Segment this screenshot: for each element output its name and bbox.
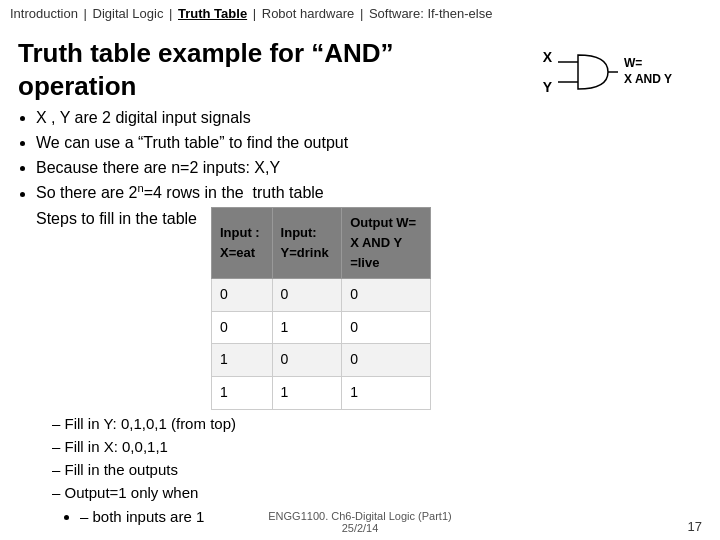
nav-sep-3: | xyxy=(253,6,260,21)
nav-software[interactable]: Software: If-then-else xyxy=(369,6,493,21)
table-cell: 1 xyxy=(211,377,272,410)
gate-input-y: Y xyxy=(543,79,552,95)
table-cell: 1 xyxy=(272,311,342,344)
bullet-3: Because there are n=2 inputs: X,Y xyxy=(36,156,702,181)
col-header-y: Input:Y=drink xyxy=(272,207,342,278)
nav-sep-2: | xyxy=(169,6,176,21)
gate-input-x: X xyxy=(543,49,552,65)
table-cell: 0 xyxy=(342,311,431,344)
footer: ENGG1100. Ch6-Digital Logic (Part1)25/2/… xyxy=(0,510,720,534)
nav-digital-logic[interactable]: Digital Logic xyxy=(93,6,164,21)
step-2: Fill in X: 0,0,1,1 xyxy=(52,435,702,458)
nav-introduction[interactable]: Introduction xyxy=(10,6,78,21)
gate-output-label: W= X AND Y xyxy=(624,56,672,87)
header-nav: Introduction | Digital Logic | Truth Tab… xyxy=(0,0,720,27)
step-3: Fill in the outputs xyxy=(52,458,702,481)
col-header-x: Input :X=eat xyxy=(211,207,272,278)
nav-truth-table[interactable]: Truth Table xyxy=(178,6,247,21)
table-cell: 1 xyxy=(272,377,342,410)
nav-sep-4: | xyxy=(360,6,367,21)
footer-text: ENGG1100. Ch6-Digital Logic (Part1)25/2/… xyxy=(268,510,451,534)
nav-sep-1: | xyxy=(84,6,91,21)
and-gate-diagram: X Y W= X AND Y xyxy=(543,47,672,97)
table-cell: 0 xyxy=(342,344,431,377)
table-cell: 0 xyxy=(272,278,342,311)
page-number: 17 xyxy=(688,519,702,534)
main-content: Truth table example for “AND” operation … xyxy=(0,27,720,528)
and-gate-svg xyxy=(558,47,618,97)
col-header-w: Output W=X AND Y=live xyxy=(342,207,431,278)
truth-table: Input :X=eat Input:Y=drink Output W=X AN… xyxy=(211,207,431,410)
bullet-5: Steps to fill in the table Input :X=eat … xyxy=(36,207,702,410)
table-cell: 0 xyxy=(211,311,272,344)
table-cell: 1 xyxy=(211,344,272,377)
table-cell: 0 xyxy=(272,344,342,377)
step-1: Fill in Y: 0,1,0,1 (from top) xyxy=(52,412,702,435)
bullet-4: So there are 2n=4 rows in the truth tabl… xyxy=(36,180,702,206)
bullet-1: X , Y are 2 digital input signals xyxy=(36,106,702,131)
bullet-list: X , Y are 2 digital input signals We can… xyxy=(36,106,702,410)
table-cell: 0 xyxy=(342,278,431,311)
table-cell: 1 xyxy=(342,377,431,410)
nav-robot-hardware[interactable]: Robot hardware xyxy=(262,6,355,21)
bullet-2: We can use a “Truth table” to find the o… xyxy=(36,131,702,156)
table-cell: 0 xyxy=(211,278,272,311)
